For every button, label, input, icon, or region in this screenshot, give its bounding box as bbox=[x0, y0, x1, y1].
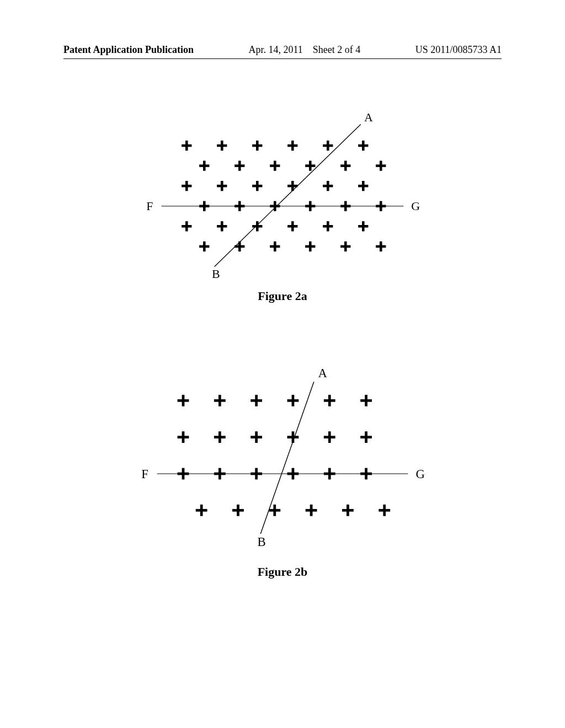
grid-cross-icon bbox=[340, 160, 350, 170]
grid-cross-icon bbox=[182, 181, 191, 191]
figure-2a-svg: ABFG bbox=[117, 110, 448, 287]
grid-cross-icon bbox=[379, 505, 390, 516]
grid-cross-icon bbox=[252, 181, 262, 191]
grid-cross-icon bbox=[287, 431, 299, 443]
grid-cross-icon bbox=[199, 160, 209, 170]
grid-cross-icon bbox=[287, 468, 299, 480]
grid-cross-icon bbox=[214, 468, 226, 480]
grid-cross-icon bbox=[323, 141, 333, 151]
header-rule bbox=[63, 58, 502, 59]
grid-cross-icon bbox=[178, 395, 189, 406]
grid-cross-icon bbox=[234, 160, 244, 170]
grid-cross-icon bbox=[360, 395, 372, 406]
grid-cross-icon bbox=[270, 160, 280, 170]
grid-cross-icon bbox=[250, 468, 262, 480]
publication-type: Patent Application Publication bbox=[63, 44, 194, 56]
header-center: Apr. 14, 2011 Sheet 2 of 4 bbox=[194, 44, 415, 56]
grid-cross-icon bbox=[287, 181, 297, 191]
publication-number: US 2011/0085733 A1 bbox=[415, 44, 502, 56]
grid-cross-icon bbox=[178, 431, 189, 443]
label-f: F bbox=[141, 467, 148, 481]
grid-cross-icon bbox=[324, 395, 335, 406]
grid-cross-icon bbox=[305, 242, 315, 251]
figure-2b-svg: ABFG bbox=[117, 364, 448, 563]
grid-cross-icon bbox=[358, 181, 368, 191]
grid-cross-icon bbox=[342, 505, 354, 516]
grid-cross-icon bbox=[232, 505, 244, 516]
figure-2a: ABFG Figure 2a bbox=[0, 110, 565, 303]
grid-cross-icon bbox=[323, 181, 333, 191]
grid-cross-icon bbox=[217, 221, 227, 231]
grid-cross-icon bbox=[269, 505, 280, 516]
grid-cross-icon bbox=[360, 431, 372, 443]
label-g: G bbox=[416, 467, 425, 481]
grid-cross-icon bbox=[178, 468, 189, 480]
grid-cross-icon bbox=[324, 468, 335, 480]
grid-cross-icon bbox=[250, 395, 262, 406]
grid-cross-icon bbox=[360, 468, 372, 480]
grid-cross-icon bbox=[287, 221, 297, 231]
label-f: F bbox=[146, 199, 153, 213]
figure-2a-caption: Figure 2a bbox=[258, 289, 307, 303]
grid-cross-icon bbox=[214, 395, 226, 406]
grid-cross-icon bbox=[234, 242, 244, 251]
grid-cross-icon bbox=[358, 221, 368, 231]
grid-cross-icon bbox=[287, 141, 297, 151]
label-g: G bbox=[411, 199, 420, 213]
grid-cross-icon bbox=[305, 160, 315, 170]
grid-cross-icon bbox=[376, 160, 386, 170]
grid-cross-icon bbox=[196, 505, 207, 516]
label-b: B bbox=[212, 267, 220, 281]
page-header: Patent Application Publication Apr. 14, … bbox=[63, 44, 502, 56]
figure-2b: ABFG Figure 2b bbox=[0, 364, 565, 579]
sheet-number: Sheet 2 of 4 bbox=[313, 44, 360, 55]
grid-cross-icon bbox=[340, 201, 350, 211]
figure-2b-caption: Figure 2b bbox=[258, 565, 308, 579]
publication-date: Apr. 14, 2011 bbox=[248, 44, 302, 55]
grid-cross-icon bbox=[252, 221, 262, 231]
label-a: A bbox=[364, 110, 373, 124]
grid-cross-icon bbox=[234, 201, 244, 211]
grid-cross-icon bbox=[199, 242, 209, 251]
grid-cross-icon bbox=[182, 141, 191, 151]
grid-cross-icon bbox=[287, 395, 299, 406]
grid-cross-icon bbox=[340, 242, 350, 251]
grid-cross-icon bbox=[305, 201, 315, 211]
grid-cross-icon bbox=[376, 242, 386, 251]
label-b: B bbox=[258, 535, 266, 549]
grid-cross-icon bbox=[324, 431, 335, 443]
grid-cross-icon bbox=[270, 201, 280, 211]
grid-cross-icon bbox=[358, 141, 368, 151]
label-a: A bbox=[318, 366, 327, 380]
grid-cross-icon bbox=[214, 431, 226, 443]
grid-cross-icon bbox=[182, 221, 191, 231]
grid-cross-icon bbox=[270, 242, 280, 251]
grid-cross-icon bbox=[217, 181, 227, 191]
page: Patent Application Publication Apr. 14, … bbox=[0, 0, 565, 728]
grid-cross-icon bbox=[376, 201, 386, 211]
grid-cross-icon bbox=[323, 221, 333, 231]
grid-cross-icon bbox=[199, 201, 209, 211]
grid-cross-icon bbox=[250, 431, 262, 443]
grid-cross-icon bbox=[217, 141, 227, 151]
grid-cross-icon bbox=[306, 505, 317, 516]
grid-cross-icon bbox=[252, 141, 262, 151]
